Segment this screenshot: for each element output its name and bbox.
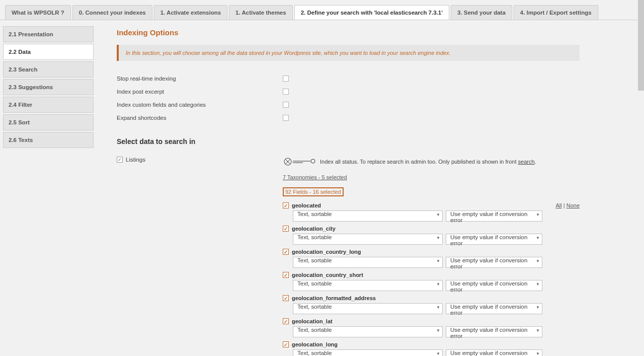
all-none-controls: All | None [555, 202, 580, 208]
conversion-error-select[interactable]: Use empty value if conversion error [446, 280, 542, 291]
field-checkbox[interactable] [283, 295, 289, 301]
svg-point-5 [311, 159, 315, 163]
label-index-custom: Index custom fields and categories [117, 102, 283, 108]
tab-import-export[interactable]: 4. Import / Export settings [514, 5, 598, 20]
field-type-select[interactable]: Text, sortable [293, 210, 443, 222]
field-name-label: geolocation_long [292, 341, 338, 347]
field-name-label: geolocation_formatted_address [292, 295, 376, 301]
field-row: geolocation_formatted_addressText, sorta… [283, 295, 580, 314]
label-index-excerpt: Index post excerpt [117, 89, 283, 95]
field-row: geolocation_longText, sortableUse empty … [283, 341, 580, 356]
field-name-label: geolocation_country_long [292, 249, 361, 255]
field-name-label: geolocation_country_short [292, 272, 363, 278]
field-checkbox[interactable] [283, 272, 289, 278]
tab-what-is[interactable]: What is WPSOLR ? [5, 5, 71, 20]
checkbox-index-excerpt[interactable] [283, 89, 289, 95]
sidebar-item-search[interactable]: 2.3 Search [3, 61, 94, 78]
label-stop-indexing: Stop real-time indexing [117, 76, 283, 82]
search-link[interactable]: search [518, 159, 535, 165]
tab-send-data[interactable]: 3. Send your data [451, 5, 512, 20]
checkbox-expand-shortcodes[interactable] [283, 115, 289, 121]
field-checkbox[interactable] [283, 341, 289, 347]
checkbox-index-custom[interactable] [283, 102, 289, 108]
field-name-label: geolocated [292, 202, 321, 208]
notice-section: In this section, you will choose among a… [117, 45, 580, 61]
field-type-select[interactable]: Text, sortable [293, 280, 443, 291]
vertical-scrollbar[interactable] [638, 0, 644, 91]
toggle-off-icon[interactable] [283, 157, 318, 167]
tab-themes[interactable]: 1. Activate themes [229, 5, 293, 20]
field-checkbox[interactable] [283, 318, 289, 324]
sidebar-item-presentation[interactable]: 2.1 Presentation [3, 26, 94, 42]
label-listings: Listings [126, 157, 145, 163]
sidebar-item-data[interactable]: 2.2 Data [3, 44, 94, 60]
none-link[interactable]: None [567, 202, 580, 208]
tab-extensions[interactable]: 1. Activate extensions [154, 5, 227, 20]
field-type-select[interactable]: Text, sortable [293, 349, 443, 356]
field-checkbox[interactable] [283, 226, 289, 232]
sidebar-item-suggestions[interactable]: 2.3 Suggestions [3, 79, 94, 95]
field-row: geolocation_country_shortText, sortableU… [283, 272, 580, 291]
all-link[interactable]: All [555, 202, 561, 208]
sidebar-item-filter[interactable]: 2.4 Filter [3, 97, 94, 113]
conversion-error-select[interactable]: Use empty value if conversion error [446, 257, 542, 268]
index-status-note: Index all status. To replace search in a… [320, 159, 536, 165]
tab-connect[interactable]: 0. Connect your indexes [72, 5, 152, 20]
field-type-select[interactable]: Text, sortable [293, 303, 443, 314]
checkbox-stop-indexing[interactable] [283, 76, 289, 82]
top-tabs: What is WPSOLR ? 0. Connect your indexes… [0, 0, 644, 20]
section-title: Select data to search in [117, 137, 582, 146]
field-type-select[interactable]: Text, sortable [293, 234, 443, 245]
field-type-select[interactable]: Text, sortable [293, 257, 443, 268]
label-expand-shortcodes: Expand shortcodes [117, 115, 283, 121]
field-row: geolocation_latText, sortableUse empty v… [283, 318, 580, 337]
side-nav: 2.1 Presentation 2.2 Data 2.3 Search 2.3… [3, 26, 94, 150]
field-checkbox[interactable] [283, 202, 289, 208]
conversion-error-select[interactable]: Use empty value if conversion error [446, 303, 542, 314]
sidebar-item-texts[interactable]: 2.6 Texts [3, 132, 94, 148]
field-name-label: geolocation_city [292, 226, 336, 232]
field-checkbox[interactable] [283, 249, 289, 255]
page-title: Indexing Options [117, 28, 582, 37]
sidebar-item-sort[interactable]: 2.5 Sort [3, 114, 94, 130]
field-name-label: geolocation_lat [292, 318, 333, 324]
taxonomies-link[interactable]: 7 Taxonomies - 5 selected [283, 174, 347, 180]
conversion-error-select[interactable]: Use empty value if conversion error [446, 234, 542, 245]
tab-define-search[interactable]: 2. Define your search with 'local elasti… [294, 5, 449, 20]
field-type-select[interactable]: Text, sortable [293, 326, 443, 337]
fields-link[interactable]: 92 Fields - 16 selected [283, 187, 344, 196]
conversion-error-select[interactable]: Use empty value if conversion error [446, 210, 542, 222]
field-row: geolocatedAll | NoneText, sortableUse em… [283, 202, 580, 222]
conversion-error-select[interactable]: Use empty value if conversion error [446, 349, 542, 356]
checkbox-listings[interactable] [117, 157, 123, 163]
field-row: geolocation_cityText, sortableUse empty … [283, 226, 580, 245]
conversion-error-select[interactable]: Use empty value if conversion error [446, 326, 542, 337]
field-row: geolocation_country_longText, sortableUs… [283, 249, 580, 268]
